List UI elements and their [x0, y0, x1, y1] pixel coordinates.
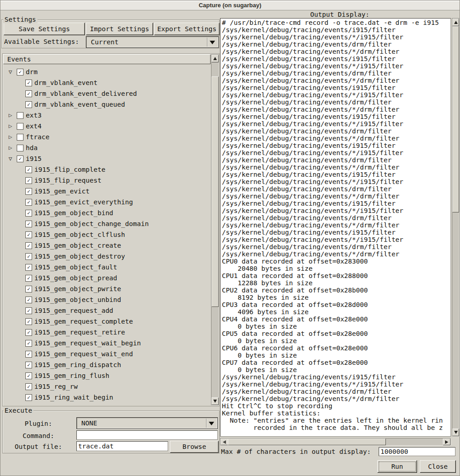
checkbox-checked[interactable]: ✓: [25, 286, 32, 292]
tree-item-label[interactable]: i915_gem_object_destroy: [34, 251, 125, 262]
export-settings-button[interactable]: Export Settings: [154, 23, 220, 35]
checkbox-checked[interactable]: ✓: [25, 275, 32, 282]
expand-arrow-icon[interactable]: ▷: [9, 121, 16, 131]
tree-item-label[interactable]: ext4: [26, 121, 42, 132]
tree-item-label[interactable]: i915_ring_wait_begin: [34, 392, 113, 403]
checkbox-checked[interactable]: ✓: [25, 307, 32, 314]
checkbox-checked[interactable]: ✓: [25, 177, 32, 184]
tree-item-label[interactable]: i915_gem_object_pread: [34, 273, 117, 283]
checkbox-checked[interactable]: ✓: [25, 318, 32, 325]
checkbox-unchecked[interactable]: [17, 134, 23, 141]
checkbox-checked[interactable]: ✓: [25, 351, 32, 358]
checkbox-checked[interactable]: ✓: [25, 253, 32, 260]
checkbox-checked[interactable]: ✓: [25, 221, 32, 227]
checkbox-checked[interactable]: ✓: [25, 101, 32, 108]
tree-item-label[interactable]: i915_gem_request_add: [34, 305, 113, 316]
checkbox-checked[interactable]: ✓: [25, 166, 32, 173]
tree-item-label[interactable]: i915_gem_request_complete: [34, 316, 133, 327]
checkbox-checked[interactable]: ✓: [25, 231, 32, 238]
plugin-select[interactable]: NONE: [76, 417, 218, 429]
checkbox-unchecked[interactable]: [17, 123, 23, 130]
tree-row: ✓i915_flip_complete: [3, 164, 210, 175]
checkbox-checked[interactable]: ✓: [25, 90, 32, 97]
scroll-left-button[interactable]: [221, 438, 228, 445]
tree-item-label[interactable]: i915_gem_evict: [34, 186, 89, 197]
run-button[interactable]: Run: [377, 460, 417, 473]
scroll-right-button[interactable]: [443, 438, 451, 445]
checkbox-unchecked[interactable]: [17, 145, 23, 151]
max-chars-input[interactable]: [379, 447, 455, 456]
import-settings-button[interactable]: Import Settings: [86, 23, 153, 35]
tree-item-label[interactable]: i915_gem_ring_flush: [34, 370, 109, 381]
tree-item-label[interactable]: drm_vblank_event_delivered: [34, 88, 137, 99]
tree-item-label[interactable]: ext3: [26, 110, 42, 121]
tree-row: ▷ext4: [3, 121, 210, 132]
save-settings-label: Save Settings: [19, 25, 70, 33]
events-scrollbar[interactable]: [211, 54, 219, 405]
checkbox-checked[interactable]: ✓: [25, 383, 32, 390]
output-hscrollbar[interactable]: [220, 438, 451, 446]
output-file-input[interactable]: [76, 441, 168, 451]
checkbox-unchecked[interactable]: [17, 112, 23, 119]
command-input[interactable]: [76, 430, 218, 440]
tree-item-label[interactable]: i915_gem_evict_everything: [34, 197, 133, 207]
scroll-up-button[interactable]: [452, 19, 459, 26]
events-header-label: Events: [7, 56, 31, 63]
expand-arrow-icon[interactable]: ▷: [9, 143, 16, 153]
output-vscrollbar[interactable]: [452, 18, 460, 437]
expand-arrow-icon[interactable]: ▷: [9, 110, 16, 120]
tree-item-label[interactable]: i915: [26, 153, 42, 164]
tree-item-label[interactable]: i915_flip_request: [34, 175, 101, 186]
checkbox-checked[interactable]: ✓: [25, 80, 32, 86]
checkbox-checked[interactable]: ✓: [17, 156, 23, 162]
tree-item-label[interactable]: i915_gem_object_clflush: [34, 229, 125, 240]
tree-item-label[interactable]: i915_gem_object_fault: [34, 262, 117, 273]
tree-item-label[interactable]: i915_gem_object_create: [34, 240, 121, 251]
tree-item-label[interactable]: i915_gem_request_wait_end: [34, 349, 133, 359]
checkbox-checked[interactable]: ✓: [25, 264, 32, 271]
tree-item-label[interactable]: i915_reg_rw: [34, 381, 78, 392]
tree-item-label[interactable]: i915_gem_object_change_domain: [34, 218, 149, 229]
browse-button[interactable]: Browse: [170, 441, 219, 453]
scrollbar-thumb[interactable]: [452, 26, 459, 212]
checkbox-checked[interactable]: ✓: [25, 210, 32, 217]
collapse-arrow-icon[interactable]: ▽: [9, 154, 16, 164]
tree-row: ▷ext3: [3, 110, 210, 121]
expand-arrow-icon[interactable]: ▷: [9, 132, 16, 142]
tree-item-label[interactable]: i915_flip_complete: [34, 164, 105, 175]
checkbox-checked[interactable]: ✓: [25, 297, 32, 303]
checkbox-checked[interactable]: ✓: [25, 340, 32, 347]
checkbox-checked[interactable]: ✓: [25, 329, 32, 336]
save-settings-button[interactable]: Save Settings: [4, 23, 85, 35]
tree-item-label[interactable]: ftrace: [26, 132, 49, 142]
tree-item-label[interactable]: drm_vblank_event: [34, 77, 98, 88]
plugin-value: NONE: [81, 418, 97, 429]
checkbox-checked[interactable]: ✓: [17, 69, 23, 75]
close-button[interactable]: Close: [420, 460, 456, 473]
available-settings-select[interactable]: Current: [86, 36, 219, 48]
tree-item-label[interactable]: i915_gem_request_wait_begin: [34, 338, 141, 349]
tree-item-label[interactable]: i915_gem_object_unbind: [34, 294, 121, 305]
scrollbar-thumb[interactable]: [228, 438, 386, 445]
collapse-arrow-icon[interactable]: ▽: [9, 67, 16, 77]
checkbox-checked[interactable]: ✓: [25, 188, 32, 195]
checkbox-checked[interactable]: ✓: [25, 362, 32, 368]
checkbox-checked[interactable]: ✓: [25, 199, 32, 206]
tree-item-label[interactable]: i915_gem_object_pwrite: [34, 283, 121, 294]
tree-item-label[interactable]: drm_vblank_event_queued: [34, 99, 125, 110]
checkbox-checked[interactable]: ✓: [25, 394, 32, 401]
scrollbar-thumb[interactable]: [211, 76, 219, 307]
tree-item-label[interactable]: i915_gem_ring_dispatch: [34, 359, 121, 370]
checkbox-checked[interactable]: ✓: [25, 242, 32, 249]
tree-item-label[interactable]: hda: [26, 142, 38, 153]
tree-item-label[interactable]: i915_gem_request_retire: [34, 327, 125, 338]
scroll-up-button[interactable]: [211, 55, 219, 62]
events-column-header[interactable]: Events: [3, 54, 211, 64]
tree-item-label[interactable]: i915_gem_object_bind: [34, 207, 113, 218]
scroll-down-button[interactable]: [452, 429, 459, 436]
tree-row: ✓i915_gem_object_pwrite: [3, 283, 210, 294]
tree-item-label[interactable]: drm: [26, 66, 38, 77]
tree-row: ✓i915_gem_object_clflush: [3, 229, 210, 240]
scroll-down-button[interactable]: [211, 397, 219, 405]
checkbox-checked[interactable]: ✓: [25, 372, 32, 379]
